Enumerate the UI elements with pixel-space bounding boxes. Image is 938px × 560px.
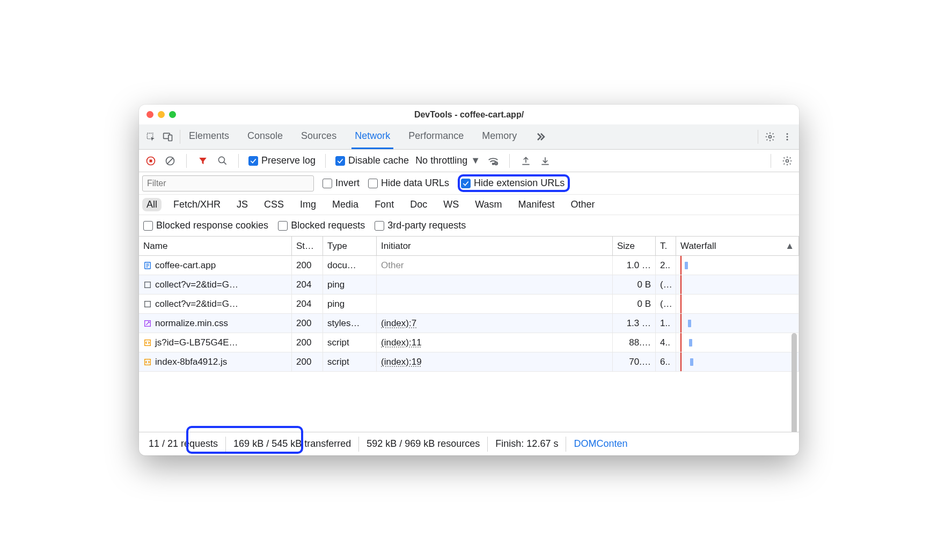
scrollbar[interactable] (792, 333, 797, 432)
hide-data-urls-checkbox[interactable]: Hide data URLs (368, 178, 449, 189)
invert-checkbox[interactable]: Invert (323, 178, 360, 189)
filter-input[interactable] (142, 175, 314, 191)
type-font[interactable]: Font (370, 198, 398, 211)
upload-har-icon[interactable] (519, 154, 532, 167)
network-toolbar: Preserve log Disable cache No throttling… (139, 150, 799, 172)
cell-type: script (323, 333, 377, 352)
type-ws[interactable]: WS (439, 198, 463, 211)
separator (509, 154, 510, 168)
column-waterfall[interactable]: Waterfall▲ (676, 237, 799, 255)
tab-memory[interactable]: Memory (479, 124, 520, 149)
column-type[interactable]: Type (323, 237, 377, 255)
tab-performance[interactable]: Performance (405, 124, 467, 149)
cell-status: 204 (292, 275, 323, 294)
status-transferred: 169 kB / 545 kB transferred (226, 437, 359, 452)
cell-initiator: (index):7 (377, 314, 613, 333)
svg-rect-8 (150, 159, 152, 162)
cell-type: ping (323, 275, 377, 294)
clear-button[interactable] (164, 154, 177, 167)
blocked-requests-checkbox[interactable]: Blocked requests (278, 220, 365, 231)
column-size[interactable]: Size (613, 237, 656, 255)
cell-size: 1.0 … (613, 256, 656, 275)
column-status[interactable]: St… (292, 237, 323, 255)
minimize-button[interactable] (158, 111, 165, 118)
type-css[interactable]: CSS (260, 198, 288, 211)
network-settings-icon[interactable] (781, 154, 794, 167)
cell-type: styles… (323, 314, 377, 333)
throttling-dropdown[interactable]: No throttling ▼ (415, 155, 480, 166)
table-row[interactable]: collect?v=2&tid=G…204ping0 B(… (139, 294, 799, 314)
network-conditions-icon[interactable] (487, 154, 500, 167)
type-all[interactable]: All (142, 198, 162, 211)
cell-time: 4.. (656, 333, 676, 352)
cell-name: coffee-cart.app (139, 256, 292, 275)
type-media[interactable]: Media (328, 198, 363, 211)
cell-waterfall (676, 256, 799, 275)
separator (186, 154, 187, 168)
status-bar: 11 / 21 requests 169 kB / 545 kB transfe… (139, 432, 799, 455)
window-title: DevTools - coffee-cart.app/ (139, 110, 799, 120)
type-fetch-xhr[interactable]: Fetch/XHR (169, 198, 225, 211)
hide-ext-label: Hide extension URLs (474, 178, 565, 189)
type-doc[interactable]: Doc (406, 198, 431, 211)
table-row[interactable]: collect?v=2&tid=G…204ping0 B(… (139, 275, 799, 294)
cell-status: 200 (292, 352, 323, 371)
svg-point-13 (493, 163, 494, 165)
record-button[interactable] (144, 154, 157, 167)
cell-size: 0 B (613, 294, 656, 313)
panel-tabs: Elements Console Sources Network Perform… (186, 124, 549, 149)
tab-elements[interactable]: Elements (186, 124, 232, 149)
table-row[interactable]: normalize.min.css200styles…(index):71.3 … (139, 314, 799, 333)
separator (238, 154, 239, 168)
download-har-icon[interactable] (539, 154, 552, 167)
column-name[interactable]: Name (139, 237, 292, 255)
svg-rect-20 (145, 282, 151, 288)
cell-type: script (323, 352, 377, 371)
type-wasm[interactable]: Wasm (471, 198, 506, 211)
separator (771, 154, 771, 168)
cell-waterfall (676, 294, 799, 313)
svg-point-3 (769, 136, 772, 138)
settings-icon[interactable] (761, 128, 779, 145)
preserve-log-checkbox[interactable]: Preserve log (248, 155, 316, 166)
cell-time: 6.. (656, 352, 676, 371)
tab-network[interactable]: Network (351, 124, 393, 149)
cell-status: 204 (292, 294, 323, 313)
column-initiator[interactable]: Initiator (377, 237, 613, 255)
hide-extension-urls-checkbox[interactable]: Hide extension URLs (461, 178, 565, 189)
invert-label: Invert (335, 178, 360, 189)
tab-sources[interactable]: Sources (298, 124, 340, 149)
type-other[interactable]: Other (567, 198, 599, 211)
more-tabs-icon[interactable] (532, 124, 549, 149)
inspect-icon[interactable] (142, 128, 159, 145)
blocked-cookies-checkbox[interactable]: Blocked response cookies (143, 220, 268, 231)
column-time[interactable]: T. (656, 237, 676, 255)
third-party-checkbox[interactable]: 3rd-party requests (375, 220, 466, 231)
tab-console[interactable]: Console (244, 124, 286, 149)
table-row[interactable]: js?id=G-LB75G4E…200script(index):1188.…4… (139, 333, 799, 352)
cell-initiator (377, 275, 613, 294)
cell-initiator (377, 294, 613, 313)
requests-table: Name St… Type Initiator Size T. Waterfal… (139, 237, 799, 432)
type-img[interactable]: Img (296, 198, 320, 211)
cell-status: 200 (292, 314, 323, 333)
table-row[interactable]: index-8bfa4912.js200script(index):1970.…… (139, 352, 799, 372)
title-bar: DevTools - coffee-cart.app/ (139, 105, 799, 124)
preserve-log-label: Preserve log (261, 155, 316, 166)
caret-down-icon: ▼ (471, 155, 480, 166)
type-manifest[interactable]: Manifest (514, 198, 559, 211)
device-toggle-icon[interactable] (159, 128, 177, 145)
cell-waterfall (676, 275, 799, 294)
search-icon[interactable] (216, 154, 229, 167)
disable-cache-checkbox[interactable]: Disable cache (335, 155, 409, 166)
maximize-button[interactable] (169, 111, 176, 118)
cell-size: 1.3 … (613, 314, 656, 333)
filter-icon[interactable] (196, 154, 209, 167)
more-menu-icon[interactable] (779, 128, 796, 145)
cell-type: docu… (323, 256, 377, 275)
type-js[interactable]: JS (232, 198, 252, 211)
separator (180, 130, 180, 144)
close-button[interactable] (146, 111, 153, 118)
table-body: coffee-cart.app200docu…Other1.0 …2..coll… (139, 256, 799, 432)
table-row[interactable]: coffee-cart.app200docu…Other1.0 …2.. (139, 256, 799, 275)
